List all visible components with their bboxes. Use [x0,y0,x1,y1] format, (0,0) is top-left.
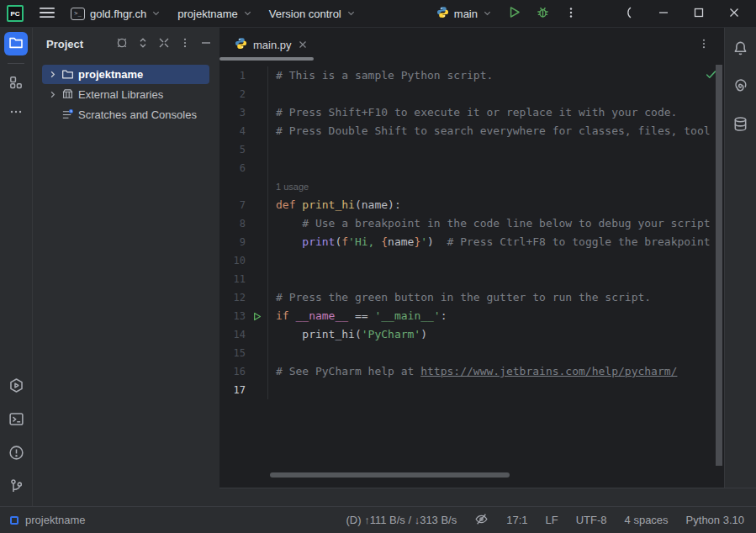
collapse-all-button[interactable] [153,34,174,54]
run-config-selector[interactable]: main [430,3,499,24]
interpreter-widget[interactable]: Python 3.10 [686,514,744,526]
tab-close-button[interactable] [298,40,308,50]
close-button[interactable] [717,1,751,26]
code-line-text[interactable]: # See PyCharm help at https://www.jetbra… [267,362,723,381]
code-line[interactable]: 9 print(f'Hi, {name}') # Press Ctrl+F8 t… [219,233,723,251]
code-line[interactable]: 3# Press Shift+F10 to execute it or repl… [219,103,723,122]
terminal-toolwindow-button[interactable] [4,409,28,432]
line-number[interactable]: 12 [219,288,247,307]
code-line[interactable]: 11 [219,270,723,288]
code-line[interactable]: 12# Press the green button in the gutter… [219,288,723,307]
code-line[interactable]: 17 [219,381,723,399]
debug-button[interactable] [529,3,556,24]
line-number[interactable]: 17 [219,381,247,399]
line-number[interactable]: 3 [219,103,247,122]
code-editor[interactable]: 1# This is a sample Python script.23# Pr… [219,61,723,488]
code-line-text[interactable] [267,140,723,159]
code-line-text[interactable]: print_hi('PyCharm') [267,325,723,344]
gutter-slot [247,214,267,233]
code-line-text[interactable]: # Press Double Shift to search everywher… [267,122,723,140]
remote-host-selector[interactable]: >_ gold.fhgr.ch [64,3,167,24]
line-number[interactable]: 11 [219,270,247,288]
code-line-text[interactable] [267,270,723,288]
editor-options-button[interactable] [693,34,715,55]
main-menu-button[interactable] [34,3,61,24]
code-line-text[interactable] [267,85,723,103]
chevron-right-icon[interactable] [45,90,59,99]
code-line[interactable]: 16# See PyCharm help at https://www.jetb… [219,362,723,381]
line-number[interactable]: 10 [219,251,247,270]
tree-item-external-libraries[interactable]: External Libraries [42,85,209,104]
line-number[interactable]: 9 [219,233,247,251]
encoding-widget[interactable]: UTF-8 [576,514,607,526]
reader-mode-button[interactable] [474,512,489,529]
tab-main-py[interactable]: main.py [227,28,315,61]
structure-toolwindow-button[interactable] [4,71,28,95]
line-number[interactable]: 4 [219,122,247,140]
code-line[interactable]: 14 print_hi('PyCharm') [219,325,723,344]
horizontal-scrollbar[interactable] [270,472,510,478]
gutter-run-icon[interactable] [247,307,267,325]
code-line[interactable]: 4# Press Double Shift to search everywhe… [219,122,723,140]
database-button[interactable] [729,113,753,137]
line-number[interactable]: 1 [219,66,247,85]
ai-assistant-button[interactable] [729,76,753,99]
problems-toolwindow-button[interactable] [4,442,28,466]
code-line-text[interactable]: # This is a sample Python script. [267,66,723,85]
project-selector[interactable]: projektname [171,3,259,24]
code-line[interactable]: 13if __name__ == '__main__': [219,307,723,325]
code-line-text[interactable] [267,344,723,362]
code-line-text[interactable] [267,159,723,177]
tree-item-scratches[interactable]: Scratches and Consoles [42,105,209,124]
code-line[interactable]: 5 [219,140,723,159]
tree-item-projektname[interactable]: projektname [42,65,209,84]
code-line[interactable]: 6 [219,159,723,177]
caret-position-widget[interactable]: 17:1 [506,514,527,526]
customize-layout-button[interactable] [611,1,645,26]
code-line-text[interactable]: print(f'Hi, {name}') # Press Ctrl+F8 to … [267,233,723,251]
line-number[interactable]: 16 [219,362,247,381]
vertical-scrollbar[interactable] [716,65,722,466]
line-number[interactable]: 13 [219,307,247,325]
more-toolwindows-button[interactable] [4,101,28,124]
project-toolwindow-button[interactable] [4,32,28,55]
git-toolwindow-button[interactable] [4,476,28,499]
code-line-text[interactable]: # Use a breakpoint in the code line belo… [267,214,723,233]
line-number[interactable]: 7 [219,196,247,214]
line-number[interactable]: 15 [219,344,247,362]
line-number[interactable]: 6 [219,159,247,177]
code-line[interactable]: 7def print_hi(name): [219,196,723,214]
code-line[interactable]: 8 # Use a breakpoint in the code line be… [219,214,723,233]
line-separator-widget[interactable]: LF [546,514,558,526]
code-line[interactable]: 15 [219,344,723,362]
code-line[interactable]: 2 [219,85,723,103]
code-line-text[interactable] [267,381,723,399]
more-actions-button[interactable] [558,3,584,24]
maximize-button[interactable] [682,1,716,26]
code-line-text[interactable]: def print_hi(name): [267,196,723,214]
usage-inlay-hint[interactable]: 1 usage [267,177,723,196]
code-line-text[interactable]: # Press the green button in the gutter t… [267,288,723,307]
line-number[interactable]: 5 [219,140,247,159]
minimize-button[interactable] [647,1,680,26]
panel-options-button[interactable] [174,34,195,54]
line-number[interactable]: 2 [219,85,247,103]
hide-panel-button[interactable] [195,34,216,54]
indent-widget[interactable]: 4 spaces [625,514,669,526]
line-number[interactable]: 14 [219,325,247,344]
status-project-label: projektname [25,514,86,526]
line-number[interactable]: 8 [219,214,247,233]
tab-strip-scrollbar[interactable] [219,57,314,61]
run-button[interactable] [500,3,527,24]
code-line-text[interactable]: # Press Shift+F10 to execute it or repla… [267,103,723,122]
code-line[interactable]: 10 [219,251,723,270]
services-toolwindow-button[interactable] [4,375,28,398]
code-line-text[interactable] [267,251,723,270]
code-line-text[interactable]: if __name__ == '__main__': [267,307,723,325]
notifications-button[interactable] [729,38,753,61]
chevron-right-icon[interactable] [45,70,59,79]
code-line[interactable]: 1# This is a sample Python script. [219,66,723,85]
vcs-menu[interactable]: Version control [262,3,362,24]
expand-selection-button[interactable] [132,34,153,54]
locate-file-button[interactable] [111,34,132,54]
